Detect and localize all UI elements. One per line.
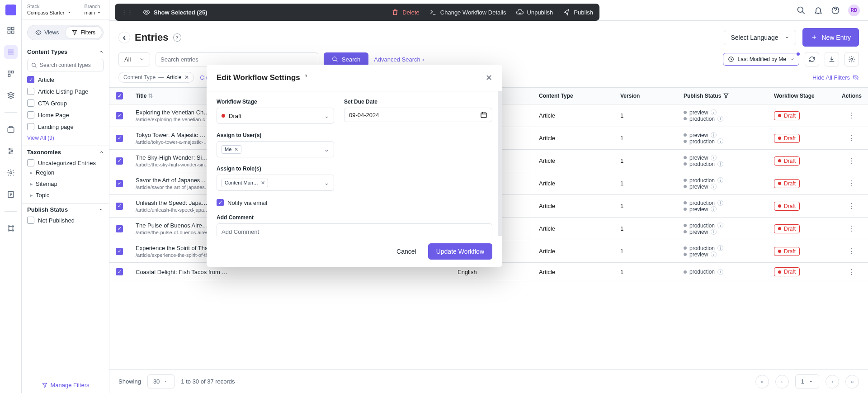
modal-help-icon[interactable]: ? xyxy=(305,74,312,81)
hide-filters-link[interactable]: Hide All Filters xyxy=(812,74,859,81)
views-filters-toggle: Views Filters xyxy=(27,25,104,40)
showing-label: Showing xyxy=(118,378,141,385)
help-icon[interactable] xyxy=(831,6,840,15)
language-select[interactable]: Select Language xyxy=(724,30,796,45)
user-avatar[interactable]: RD xyxy=(848,5,860,16)
next-page-button[interactable]: › xyxy=(826,375,839,388)
row-actions-menu[interactable]: ⋮ xyxy=(835,240,868,263)
svg-point-15 xyxy=(8,230,9,231)
export-button[interactable] xyxy=(825,52,839,66)
taxonomies-heading[interactable]: Taxonomies xyxy=(27,149,104,156)
taxonomy-item[interactable]: ▸Sitemap xyxy=(27,180,104,187)
col-content-type[interactable]: Content Type xyxy=(533,88,614,104)
back-button[interactable]: ‹ xyxy=(118,32,130,43)
page-number-select[interactable]: 1 xyxy=(795,374,819,388)
content-type-checkbox[interactable]: Home Page xyxy=(27,111,104,118)
scope-dropdown[interactable]: All xyxy=(118,52,150,66)
pagination: Showing 30 1 to 30 of 37 records « ‹ 1 ›… xyxy=(109,369,868,393)
svg-rect-3 xyxy=(11,31,14,33)
rail-extensions-icon[interactable] xyxy=(4,222,18,235)
rail-automations-icon[interactable] xyxy=(4,144,18,158)
content-type-search[interactable]: Search content types xyxy=(27,59,104,71)
last-page-button[interactable]: » xyxy=(845,375,859,388)
tag-remove-icon[interactable]: ✕ xyxy=(234,147,238,152)
content-type-checkbox[interactable]: Article xyxy=(27,76,104,83)
row-checkbox[interactable] xyxy=(116,157,123,165)
chip-remove-icon[interactable]: ✕ xyxy=(184,74,189,80)
filters-tab[interactable]: Filters xyxy=(66,27,102,38)
due-date-input[interactable]: 09-04-2024 xyxy=(344,108,492,122)
row-checkbox[interactable] xyxy=(116,112,123,119)
select-all-checkbox[interactable] xyxy=(116,92,123,99)
col-publish-status[interactable]: Publish Status xyxy=(677,88,768,104)
bulk-delete-button[interactable]: Delete xyxy=(392,9,420,16)
comment-label: Add Comment xyxy=(217,214,492,221)
first-page-button[interactable]: « xyxy=(755,375,769,388)
bulk-unpublish-button[interactable]: Unpublish xyxy=(516,9,553,16)
row-checkbox[interactable] xyxy=(116,268,123,275)
cancel-button[interactable]: Cancel xyxy=(396,248,416,255)
show-selected-button[interactable]: Show Selected (25) xyxy=(143,9,207,16)
row-checkbox[interactable] xyxy=(116,180,123,187)
last-modified-filter[interactable]: Last Modified by Me xyxy=(723,53,799,66)
rail-builder-icon[interactable] xyxy=(4,67,18,80)
col-workflow-stage[interactable]: Workflow Stage xyxy=(768,88,835,104)
rail-entries-icon[interactable] xyxy=(4,45,18,59)
page-title: ‹ Entries ? xyxy=(118,32,181,43)
uncategorized-checkbox[interactable]: Uncategorized Entries xyxy=(27,159,104,166)
rail-assets-icon[interactable] xyxy=(4,89,18,102)
help-tooltip-icon[interactable]: ? xyxy=(173,33,181,42)
update-workflow-button[interactable]: Update Workflow xyxy=(428,243,492,260)
manage-filters-button[interactable]: Manage Filters xyxy=(22,377,109,393)
row-checkbox[interactable] xyxy=(116,203,123,210)
content-types-heading[interactable]: Content Types xyxy=(27,48,104,55)
row-checkbox[interactable] xyxy=(116,135,123,142)
prev-page-button[interactable]: ‹ xyxy=(775,375,789,388)
taxonomy-item[interactable]: ▸Region xyxy=(27,169,104,176)
workflow-stage-select[interactable]: Draft⌄ xyxy=(217,108,334,124)
new-entry-button[interactable]: ＋New Entry xyxy=(802,28,859,47)
bulk-publish-button[interactable]: Publish xyxy=(563,9,593,16)
col-version[interactable]: Version xyxy=(614,88,677,104)
tag-remove-icon[interactable]: ✕ xyxy=(261,180,265,186)
search-button[interactable]: Search xyxy=(324,52,368,66)
row-actions-menu[interactable]: ⋮ xyxy=(835,195,868,218)
taxonomy-item[interactable]: ▸Topic xyxy=(27,192,104,199)
rail-tasks-icon[interactable] xyxy=(4,188,18,201)
refresh-button[interactable] xyxy=(805,52,819,66)
content-type-checkbox[interactable]: CTA Group xyxy=(27,99,104,107)
content-type-checkbox[interactable]: Article Listing Page xyxy=(27,88,104,95)
assign-users-select[interactable]: Me✕⌄ xyxy=(217,141,334,157)
publish-status-heading[interactable]: Publish Status xyxy=(27,206,104,213)
branch-selector[interactable]: main xyxy=(85,10,102,15)
rail-dashboard-icon[interactable] xyxy=(4,24,18,37)
page-size-select[interactable]: 30 xyxy=(147,374,175,388)
not-published-checkbox[interactable]: Not Published xyxy=(27,217,104,224)
rail-releases-icon[interactable] xyxy=(4,123,18,136)
bell-icon[interactable] xyxy=(814,6,823,15)
view-all-types-link[interactable]: View All (9) xyxy=(27,135,104,141)
row-actions-menu[interactable]: ⋮ xyxy=(835,127,868,150)
advanced-search-link[interactable]: Advanced Search › xyxy=(374,56,424,63)
modal-close-button[interactable]: ✕ xyxy=(486,73,492,83)
bulk-change-workflow-button[interactable]: Change Workflow Details xyxy=(429,9,506,16)
row-actions-menu[interactable]: ⋮ xyxy=(835,172,868,195)
search-icon[interactable] xyxy=(797,6,806,15)
notify-email-checkbox[interactable]: Notify via email xyxy=(217,199,492,206)
row-actions-menu[interactable]: ⋮ xyxy=(835,104,868,127)
assign-roles-select[interactable]: Content Man…✕⌄ xyxy=(217,175,334,191)
row-checkbox[interactable] xyxy=(116,225,123,232)
entry-search-input[interactable]: Search entries xyxy=(156,52,318,66)
row-checkbox[interactable] xyxy=(116,248,123,255)
row-actions-menu[interactable]: ⋮ xyxy=(835,218,868,240)
views-tab[interactable]: Views xyxy=(29,27,66,38)
rail-settings-icon[interactable] xyxy=(4,166,18,180)
row-actions-menu[interactable]: ⋮ xyxy=(835,150,868,172)
table-settings-button[interactable] xyxy=(844,52,859,66)
stack-selector[interactable]: Compass Starter xyxy=(27,10,71,15)
grip-icon[interactable]: ⋮⋮ xyxy=(121,9,133,16)
content-type-checkbox[interactable]: Landing page xyxy=(27,123,104,130)
content-type-chip[interactable]: Content Type—Article✕ xyxy=(118,72,194,83)
comment-input[interactable]: Add Comment xyxy=(217,223,492,236)
row-actions-menu[interactable]: ⋮ xyxy=(835,263,868,281)
